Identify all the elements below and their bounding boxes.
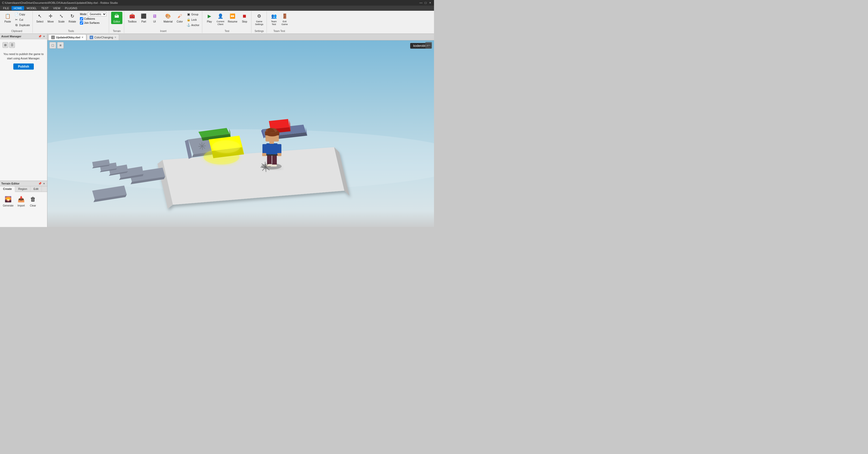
asset-list-view-btn[interactable]: ☰ — [9, 42, 15, 48]
tab-updated-obby-close[interactable]: × — [82, 36, 84, 39]
asset-manager-message: You need to publish the game to start us… — [3, 52, 44, 60]
select-label: Select — [36, 20, 43, 23]
collisions-input[interactable] — [80, 17, 83, 21]
group-label: Group — [191, 13, 198, 16]
exit-game-icon: 🚪 — [281, 12, 288, 20]
ui-button[interactable]: 🖥 UI — [149, 12, 159, 24]
mode-dropdown[interactable]: Geometric Precise — [88, 12, 106, 17]
join-surfaces-input[interactable] — [80, 21, 83, 25]
tab-color-changing-icon: ≡ — [90, 36, 93, 39]
color-button[interactable]: 🖌 Color — [175, 12, 185, 24]
publish-button[interactable]: Publish — [13, 63, 34, 70]
menu-file[interactable]: FILE — [1, 6, 11, 10]
copy-label: Copy — [19, 13, 25, 16]
play-button[interactable]: ▶ Play — [204, 12, 215, 24]
left-panel: Asset Manager 📌 × ⊞ ☰ You need to publis… — [0, 34, 48, 227]
group-icon: ▣ — [186, 12, 190, 17]
generate-icon: 🌄 — [4, 195, 12, 203]
select-icon: ↖ — [36, 12, 43, 20]
stop-button[interactable]: ⏹ Stop — [239, 12, 250, 24]
insert-small: ▣ Group 🔒 Lock ⚓ Anchor — [185, 12, 200, 28]
terrain-tab-region[interactable]: Region — [15, 186, 30, 192]
tab-color-changing-close[interactable]: × — [115, 36, 116, 39]
asset-grid-view-btn[interactable]: ⊞ — [3, 42, 8, 48]
paste-icon: 📋 — [4, 12, 11, 20]
terrain-tab-edit[interactable]: Edit — [30, 186, 42, 192]
cut-button[interactable]: ✂ Cut — [13, 17, 31, 22]
maximize-btn[interactable]: □ — [424, 1, 427, 5]
stop-label: Stop — [242, 20, 247, 23]
color-label: Color — [177, 20, 183, 23]
tab-updated-obby[interactable]: □ UpdatedObby.rbxl × — [49, 34, 86, 40]
move-button[interactable]: ✛ Move — [45, 12, 56, 24]
resume-button[interactable]: ⏩ Resume — [226, 12, 239, 24]
svg-text:✳: ✳ — [259, 159, 272, 175]
scale-icon: ⤡ — [58, 12, 65, 20]
tab-color-changing[interactable]: ≡ ColorChanging × — [87, 34, 119, 40]
editor-icon: 🏔 — [113, 12, 120, 20]
ribbon: 📋 Paste 📄 Copy ✂ Cut ⧉ Duplicate Clipboa… — [0, 11, 434, 34]
copy-button[interactable]: 📄 Copy — [13, 12, 31, 17]
close-btn[interactable]: × — [428, 1, 432, 5]
menu-home[interactable]: HOME — [11, 6, 24, 10]
import-label: Import — [18, 204, 25, 207]
anchor-button[interactable]: ⚓ Anchor — [185, 23, 200, 28]
viewport-canvas[interactable]: □ ≡ koderoblox ⋯ — [48, 40, 434, 227]
select-button[interactable]: ↖ Select — [35, 12, 45, 24]
join-surfaces-checkbox[interactable]: Join Surfaces — [79, 21, 107, 25]
ribbon-group-team-test: 👥 TeamTest 🚪 ExitGame Team Test — [267, 11, 291, 33]
duplicate-icon: ⧉ — [14, 23, 19, 27]
viewport-settings-btn[interactable]: ⋯ — [425, 42, 432, 48]
part-icon: ⬛ — [140, 12, 147, 20]
cut-label: Cut — [19, 19, 23, 21]
terrain-editor-pin-btn[interactable]: 📌 — [38, 182, 42, 185]
material-button[interactable]: 🎨 Material — [162, 12, 174, 24]
terrain-editor-close-btn[interactable]: × — [42, 182, 46, 185]
minimize-btn[interactable]: — — [419, 1, 423, 5]
toolbox-button[interactable]: 🧰 Toolbox — [126, 12, 138, 24]
anchor-icon: ⚓ — [186, 23, 190, 27]
team-test-button[interactable]: 👥 TeamTest — [269, 12, 279, 27]
ribbon-group-settings: ⚙ GameSettings Settings — [252, 11, 267, 33]
settings-group-label: Settings — [253, 29, 265, 33]
rotate-button[interactable]: ↻ Rotate — [67, 12, 78, 24]
test-group-label: Test — [204, 29, 250, 33]
generate-tool[interactable]: 🌄 Generate — [2, 194, 14, 208]
menu-bar: FILE HOME MODEL TEST VIEW PLUGINS — [0, 6, 434, 11]
game-settings-button[interactable]: ⚙ GameSettings — [253, 12, 265, 27]
terrain-tab-create[interactable]: Create — [0, 186, 15, 192]
ribbon-group-clipboard: 📋 Paste 📄 Copy ✂ Cut ⧉ Duplicate Clipboa… — [1, 11, 33, 33]
clear-tool[interactable]: 🗑 Clear — [28, 194, 38, 208]
current-client-button[interactable]: 👤 CurrentClient — [215, 12, 226, 27]
toolbox-label: Toolbox — [128, 20, 136, 23]
paste-button[interactable]: 📋 Paste — [3, 12, 13, 24]
viewport-list-btn[interactable]: ≡ — [57, 42, 64, 48]
current-client-icon: 👤 — [217, 12, 224, 20]
editor-button[interactable]: 🏔 Editor — [111, 12, 122, 24]
exit-game-button[interactable]: 🚪 ExitGame — [280, 12, 290, 27]
mode-label: Mode: — [80, 13, 87, 15]
asset-manager-close-btn[interactable]: × — [42, 35, 46, 38]
viewport-grid-btn[interactable]: □ — [50, 42, 56, 48]
clear-icon: 🗑 — [29, 195, 37, 203]
duplicate-button[interactable]: ⧉ Duplicate — [13, 23, 31, 28]
tools-group-label: Tools — [35, 29, 107, 33]
terrain-body: 🌄 Generate 📥 Import 🗑 Clear — [0, 192, 47, 210]
clipboard-group-label: Clipboard — [3, 29, 31, 33]
asset-manager-pin-btn[interactable]: 📌 — [38, 35, 42, 38]
menu-view[interactable]: VIEW — [51, 6, 62, 10]
ribbon-group-tools: ↖ Select ✛ Move ⤡ Scale ↻ Rotate Mode: G… — [33, 11, 109, 33]
svg-rect-41 — [266, 143, 278, 155]
menu-model[interactable]: MODEL — [25, 6, 39, 10]
scale-button[interactable]: ⤡ Scale — [56, 12, 67, 24]
collisions-checkbox[interactable]: Collisions — [79, 17, 107, 21]
group-button[interactable]: ▣ Group — [185, 12, 200, 17]
lock-button[interactable]: 🔒 Lock — [185, 17, 200, 22]
menu-plugins[interactable]: PLUGINS — [63, 6, 80, 10]
test-items: ▶ Play 👤 CurrentClient ⏩ Resume ⏹ Stop — [204, 12, 250, 29]
lock-label: Lock — [191, 19, 197, 21]
menu-test[interactable]: TEST — [39, 6, 51, 10]
import-tool[interactable]: 📥 Import — [17, 194, 26, 208]
exit-game-label: ExitGame — [281, 20, 288, 26]
part-button[interactable]: ⬛ Part — [138, 12, 149, 24]
